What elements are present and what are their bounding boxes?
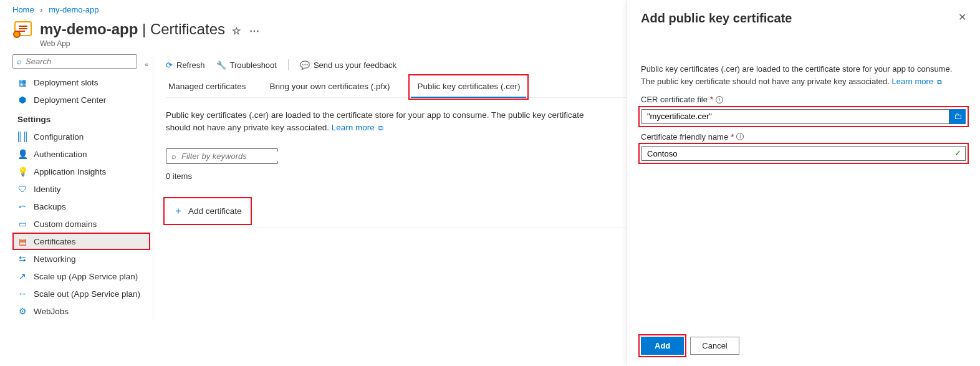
sidebar-item-configuration[interactable]: ║║ Configuration [12,128,150,145]
identity-icon: 🛡 [17,184,27,194]
sidebar-search[interactable]: ⌕ [12,54,137,69]
sidebar-item-deployment-slots[interactable]: ▦ Deployment slots [12,74,150,91]
panel-footer: Add Cancel [641,324,966,355]
tab-managed-certificates[interactable]: Managed certificates [166,77,249,97]
networking-icon: ⇆ [17,254,27,264]
breadcrumb-separator: › [40,5,42,14]
svg-point-4 [14,31,20,37]
page-title-section: Certificates [150,21,225,37]
feedback-icon: 💬 [300,60,310,70]
panel-header: Add public key certificate ✕ [641,11,966,26]
toolbar-label: Refresh [176,60,205,70]
add-certificate-button[interactable]: ＋ Add certificate [166,200,249,223]
page-title: my-demo-app | Certificates ☆ ⋯ [40,21,259,38]
sidebar-item-authentication[interactable]: 👤 Authentication [12,145,150,163]
sidebar-item-label: Backups [34,202,66,211]
tab-description: Public key certificates (.cer) are loade… [166,98,602,140]
authentication-icon: 👤 [17,149,27,159]
panel-learn-more-link[interactable]: Learn more ⧉ [892,77,942,86]
configuration-icon: ║║ [17,132,27,142]
search-icon: ⌕ [17,57,22,66]
backups-icon: ⤺ [17,201,27,211]
sidebar-item-label: Certificates [34,237,76,246]
certificates-icon: ▤ [17,236,27,246]
webjobs-icon: ⚙ [17,306,27,316]
sidebar-item-label: Scale up (App Service plan) [34,272,138,281]
sidebar-item-label: Identity [34,185,61,194]
sidebar-item-application-insights[interactable]: 💡 Application Insights [12,163,150,180]
cer-file-input[interactable] [641,109,949,124]
sidebar-item-custom-domains[interactable]: ▭ Custom domains [12,215,150,233]
domains-icon: ▭ [17,219,27,229]
sidebar-item-identity[interactable]: 🛡 Identity [12,180,150,198]
breadcrumb-home[interactable]: Home [12,5,34,14]
sidebar-collapse-icon[interactable]: « [145,60,148,68]
favorite-star-icon[interactable]: ☆ [232,26,241,36]
info-icon[interactable]: i [736,133,744,140]
certificate-icon [12,19,32,39]
friendly-name-input[interactable] [641,146,966,161]
sidebar: ⌕ « ▦ Deployment slots ⬢ Deployment Cent… [0,54,153,320]
feedback-button[interactable]: 💬 Send us your feedback [300,60,396,70]
troubleshoot-button[interactable]: 🔧 Troubleshoot [216,60,277,70]
toolbar-label: Send us your feedback [314,60,396,70]
close-icon: ✕ [958,12,966,22]
sidebar-item-deployment-center[interactable]: ⬢ Deployment Center [12,91,150,108]
folder-icon: 🗀 [954,112,962,121]
sidebar-item-label: Application Insights [34,167,106,176]
learn-more-link[interactable]: Learn more ⧉ [332,123,383,132]
required-indicator: * [731,131,734,143]
sidebar-item-certificates[interactable]: ▤ Certificates [12,233,150,250]
sidebar-item-label: Custom domains [34,219,97,229]
toolbar-divider [288,59,289,70]
name-field-label: Certificate friendly name * i [641,131,966,143]
sidebar-item-backups[interactable]: ⤺ Backups [12,198,150,215]
file-field-label: CER certificate file * i [641,94,966,106]
browse-file-button[interactable]: 🗀 [949,109,966,124]
add-button[interactable]: Add [641,337,684,355]
info-icon[interactable]: i [716,96,723,104]
plus-icon: ＋ [173,205,183,218]
scale-out-icon: ↔ [17,289,27,299]
external-link-icon: ⧉ [378,124,383,132]
refresh-icon: ⟳ [166,60,173,70]
toolbar-label: Troubleshoot [230,60,277,70]
refresh-button[interactable]: ⟳ Refresh [166,60,205,70]
add-certificate-panel: Add public key certificate ✕ Public key … [627,0,980,366]
required-indicator: * [710,94,713,106]
sidebar-item-label: Networking [34,254,76,264]
deployment-center-icon: ⬢ [17,95,27,105]
tab-public-key-certificates[interactable]: Public key certificates (.cer) [411,77,526,97]
external-link-icon: ⧉ [937,78,942,85]
sidebar-item-label: Authentication [34,150,87,159]
sidebar-item-scale-out[interactable]: ↔ Scale out (App Service plan) [12,285,150,302]
sidebar-item-label: WebJobs [34,307,69,316]
page-title-app: my-demo-app [40,21,138,37]
sidebar-item-webjobs[interactable]: ⚙ WebJobs [12,302,150,320]
cancel-button[interactable]: Cancel [690,337,739,355]
sidebar-item-networking[interactable]: ⇆ Networking [12,250,150,267]
sidebar-section-settings: Settings [12,108,150,128]
insights-icon: 💡 [17,166,27,176]
sidebar-item-label: Scale out (App Service plan) [34,289,140,299]
sidebar-item-label: Configuration [34,132,84,142]
name-field-row: ✓ [641,145,966,161]
tab-bring-your-own[interactable]: Bring your own certificates (.pfx) [267,77,393,97]
slots-icon: ▦ [17,77,27,87]
panel-title: Add public key certificate [641,11,792,26]
checkmark-icon: ✓ [954,147,961,160]
filter-search-icon: ⌕ [171,152,176,161]
scale-up-icon: ↗ [17,271,27,281]
sidebar-item-scale-up[interactable]: ↗ Scale up (App Service plan) [12,267,150,285]
panel-body: Public key certificates (.cer) are loade… [641,63,966,161]
sidebar-search-input[interactable] [26,57,133,66]
sidebar-item-label: Deployment slots [34,78,98,87]
filter-box[interactable]: ⌕ [166,148,278,164]
more-menu-icon[interactable]: ⋯ [249,26,259,36]
panel-close-button[interactable]: ✕ [958,11,966,23]
file-field-row: 🗀 [641,108,966,125]
troubleshoot-icon: 🔧 [216,60,226,70]
breadcrumb-app[interactable]: my-demo-app [49,5,98,14]
sidebar-item-label: Deployment Center [34,95,106,105]
filter-input[interactable] [181,152,287,161]
